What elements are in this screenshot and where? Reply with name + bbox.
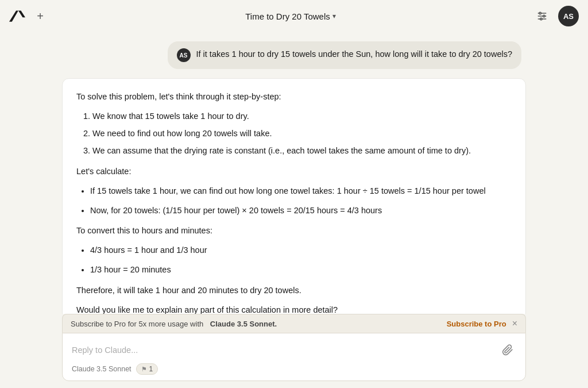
assistant-step-1: We know that 15 towels take 1 hour to dr… [92,110,512,124]
subscribe-right: Subscribe to Pro × [447,319,517,328]
assistant-step-2: We need to find out how long 20 towels w… [92,127,512,141]
header-left: + [9,8,48,24]
calculate-bullets: If 15 towels take 1 hour, we can find ou… [90,185,512,218]
attach-button[interactable] [499,341,516,359]
chevron-down-icon: ▾ [332,12,336,20]
assistant-step-3: We can assume that the drying rate is co… [92,144,512,158]
model-badge[interactable]: ⚑ 1 [136,363,158,375]
user-message-text: If it takes 1 hour to dry 15 towels unde… [196,48,513,61]
reply-input[interactable]: Reply to Claude... [72,345,499,355]
conclusion-text: Therefore, it will take 1 hour and 20 mi… [76,284,512,298]
convert-bullets: 4/3 hours = 1 hour and 1/3 hour 1/3 hour… [90,244,512,277]
subscribe-text: Subscribe to Pro for 5x more usage with [71,320,203,328]
new-chat-button[interactable]: + [32,8,48,24]
user-message-bubble: AS If it takes 1 hour to dry 15 towels u… [168,41,522,69]
user-avatar[interactable]: AS [558,6,579,26]
header: + Time to Dry 20 Towels ▾ AS [0,0,588,32]
content-wrapper: AS If it takes 1 hour to dry 15 towels u… [53,41,535,314]
input-field-row: Reply to Claude... [72,341,516,359]
convert-bullet-1: 4/3 hours = 1 hour and 1/3 hour [90,244,512,258]
convert-label: To convert this to hours and minutes: [76,224,512,238]
user-avatar-small: AS [177,48,191,62]
calculate-bullet-1: If 15 towels take 1 hour, we can find ou… [90,185,512,198]
subscribe-to-pro-button[interactable]: Subscribe to Pro [447,320,506,328]
svg-point-3 [539,12,541,14]
assistant-steps-list: We know that 15 towels take 1 hour to dr… [92,110,512,158]
paperclip-icon [502,344,513,356]
main-content: AS If it takes 1 hour to dry 15 towels u… [0,32,588,314]
user-message-row: AS If it takes 1 hour to dry 15 towels u… [62,41,526,69]
subscribe-inner: Subscribe to Pro for 5x more usage with … [62,314,526,333]
badge-icon: ⚑ [141,366,147,373]
convert-bullet-2: 1/3 hour = 20 minutes [90,263,512,277]
model-label: Claude 3.5 Sonnet [72,365,131,373]
settings-button[interactable] [533,7,551,25]
subscribe-banner: Subscribe to Pro for 5x more usage with … [53,314,535,333]
input-box: Reply to Claude... Claude 3.5 Sonnet ⚑ 1 [62,333,526,381]
input-area: Reply to Claude... Claude 3.5 Sonnet ⚑ 1 [53,333,535,388]
assistant-response: To solve this problem, let's think throu… [62,78,526,314]
assistant-intro: To solve this problem, let's think throu… [76,90,512,104]
sliders-icon [536,10,548,22]
conversation-title-dropdown[interactable]: Time to Dry 20 Towels ▾ [245,11,336,21]
badge-count: 1 [149,365,153,373]
close-banner-button[interactable]: × [512,319,517,328]
calculate-bullet-2: Now, for 20 towels: (1/15 hour per towel… [90,204,512,218]
header-right: AS [533,6,579,26]
bottom-area: Subscribe to Pro for 5x more usage with … [0,314,588,388]
calculate-label: Let's calculate: [76,165,512,179]
conversation-title: Time to Dry 20 Towels [245,11,330,21]
follow-up-text: Would you like me to explain any part of… [76,304,512,314]
subscribe-bold: Claude 3.5 Sonnet. [210,320,277,328]
svg-point-5 [540,18,542,20]
subscribe-left: Subscribe to Pro for 5x more usage with … [71,320,277,328]
anthropic-logo [9,8,25,24]
input-footer: Claude 3.5 Sonnet ⚑ 1 [72,363,516,375]
svg-point-4 [543,15,545,17]
